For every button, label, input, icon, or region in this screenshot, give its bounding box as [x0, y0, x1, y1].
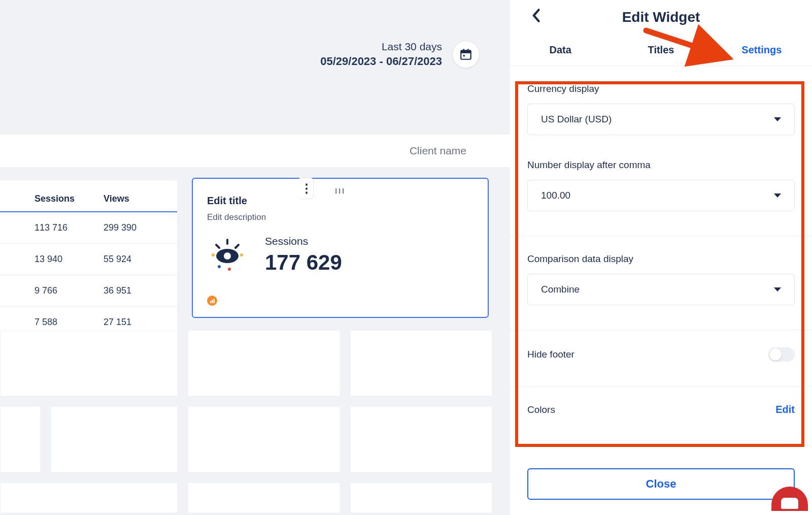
table-header-views[interactable]: Views: [104, 194, 129, 204]
svg-rect-1: [461, 50, 471, 53]
date-range-label: Last 30 days: [320, 41, 442, 53]
hide-footer-label: Hide footer: [527, 349, 574, 360]
table-row: 13 940 55 924: [0, 244, 177, 275]
widget-kebab-menu[interactable]: ⋮: [299, 178, 314, 199]
tab-settings[interactable]: Settings: [712, 35, 812, 66]
metric-value: 177 629: [265, 250, 342, 275]
panel-title: Edit Widget: [622, 9, 700, 25]
svg-point-10: [212, 253, 215, 256]
svg-line-9: [235, 245, 239, 248]
comparison-display-label: Comparison data display: [527, 253, 795, 265]
svg-point-13: [228, 268, 231, 271]
eye-icon: [207, 235, 248, 275]
currency-display-label: Currency display: [527, 83, 795, 94]
empty-cell[interactable]: [51, 406, 178, 472]
table-row: 9 766 36 951: [0, 275, 177, 307]
empty-cell[interactable]: [188, 482, 340, 513]
analytics-source-icon: [207, 296, 217, 306]
back-button[interactable]: [531, 8, 540, 26]
empty-cell[interactable]: [0, 406, 41, 472]
chevron-down-icon: [774, 117, 781, 121]
svg-line-8: [216, 245, 219, 248]
metric-label: Sessions: [265, 235, 342, 247]
empty-cell[interactable]: [188, 330, 340, 396]
comparison-display-select[interactable]: Combine: [527, 274, 795, 305]
empty-cell[interactable]: [350, 482, 492, 513]
number-display-label: Number display after comma: [527, 159, 795, 171]
table-row: 113 716 299 390: [0, 212, 177, 244]
svg-rect-4: [463, 55, 465, 56]
chevron-left-icon: [531, 8, 540, 22]
calendar-button[interactable]: [452, 41, 480, 68]
widget-description[interactable]: Edit description: [207, 212, 266, 222]
currency-display-select[interactable]: US Dollar (USD): [527, 104, 795, 135]
svg-rect-16: [213, 299, 214, 303]
colors-label: Colors: [527, 404, 555, 415]
colors-edit-link[interactable]: Edit: [775, 404, 795, 415]
empty-cell[interactable]: [188, 406, 340, 472]
widget-card-selected[interactable]: ⁝⁝⁝ Edit title Edit description Sessions: [192, 178, 489, 318]
empty-cell[interactable]: [0, 330, 178, 396]
empty-cell[interactable]: [0, 482, 178, 513]
svg-point-12: [218, 265, 221, 268]
svg-rect-3: [467, 49, 468, 51]
svg-point-11: [240, 253, 243, 256]
table-header-sessions[interactable]: Sessions: [35, 194, 104, 204]
hide-footer-toggle[interactable]: [768, 347, 795, 362]
svg-rect-15: [212, 300, 213, 303]
tab-titles[interactable]: Titles: [611, 35, 711, 66]
number-display-select[interactable]: 100.00: [527, 180, 795, 211]
svg-rect-14: [210, 301, 211, 303]
chat-icon: [781, 498, 798, 509]
empty-cell[interactable]: [350, 330, 492, 396]
chevron-down-icon: [774, 194, 781, 198]
svg-rect-2: [463, 49, 464, 51]
drag-handle-icon[interactable]: ⁝⁝⁝: [335, 187, 346, 195]
calendar-icon: [459, 48, 472, 61]
client-name-label[interactable]: Client name: [410, 145, 466, 157]
date-range-value: 05/29/2023 - 06/27/2023: [320, 55, 442, 68]
close-button[interactable]: Close: [527, 468, 795, 500]
svg-point-6: [224, 252, 231, 260]
widget-title[interactable]: Edit title: [207, 195, 247, 207]
chevron-down-icon: [774, 287, 781, 292]
tab-data[interactable]: Data: [510, 35, 611, 66]
empty-cell[interactable]: [350, 406, 492, 472]
